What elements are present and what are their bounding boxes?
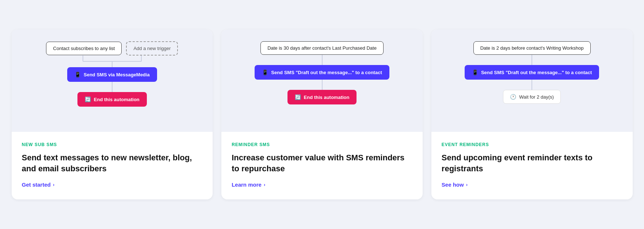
card-1-diagram: Contact subscribes to any list Add a new… bbox=[12, 30, 213, 132]
chevron-icon-3: › bbox=[466, 182, 468, 187]
trigger-1-node: Contact subscribes to any list bbox=[46, 42, 122, 55]
sms-icon-3: 📱 bbox=[472, 69, 478, 75]
action-2-node: 🔄 End this automation bbox=[77, 92, 147, 107]
chevron-icon-2: › bbox=[264, 182, 265, 187]
card-new-sub-sms: Contact subscribes to any list Add a new… bbox=[12, 30, 213, 199]
action-card3-2-node: 🕐 Wait for 2 day(s) bbox=[503, 90, 561, 104]
clock-icon: 🕐 bbox=[510, 94, 516, 100]
connector-3a bbox=[531, 55, 532, 65]
action-card2-1-node: 📱 Send SMS "Draft out the message..." to… bbox=[255, 65, 389, 80]
card-3-link[interactable]: See how › bbox=[442, 182, 622, 188]
end-icon-2: 🔄 bbox=[295, 94, 301, 100]
trigger-card3-node: Date is 2 days before contact's Writing … bbox=[473, 41, 591, 55]
card-reminder-sms: Date is 30 days after contact's Last Pur… bbox=[221, 30, 423, 199]
action-1-node: 📱 Send SMS via MessageMedia bbox=[67, 67, 157, 82]
connector-2b bbox=[322, 80, 323, 90]
chevron-icon-1: › bbox=[53, 182, 54, 187]
card-3-content: EVENT REMINDERS Send upcoming event remi… bbox=[431, 132, 633, 199]
card-2-category: REMINDER SMS bbox=[232, 142, 412, 147]
trigger-2-node: Add a new trigger bbox=[126, 41, 178, 56]
connector-3b bbox=[531, 80, 532, 90]
connector-2a bbox=[322, 55, 323, 65]
trigger-card2-node: Date is 30 days after contact's Last Pur… bbox=[260, 41, 384, 55]
cards-container: Contact subscribes to any list Add a new… bbox=[12, 30, 633, 199]
card-1-link[interactable]: Get started › bbox=[22, 182, 203, 188]
card-1-title: Send text messages to new newsletter, bl… bbox=[22, 152, 203, 174]
action-card2-2-node: 🔄 End this automation bbox=[287, 90, 357, 104]
card-1-category: NEW SUB SMS bbox=[22, 142, 203, 147]
card-2-link[interactable]: Learn more › bbox=[232, 182, 412, 188]
sms-icon: 📱 bbox=[75, 72, 81, 77]
connector-1 bbox=[112, 82, 113, 92]
card-2-diagram: Date is 30 days after contact's Last Pur… bbox=[221, 30, 423, 132]
card-2-content: REMINDER SMS Increase customer value wit… bbox=[221, 132, 423, 199]
card-3-diagram: Date is 2 days before contact's Writing … bbox=[431, 30, 633, 132]
card-3-title: Send upcoming event reminder texts to re… bbox=[442, 152, 622, 174]
card-1-content: NEW SUB SMS Send text messages to new ne… bbox=[12, 132, 213, 199]
end-icon: 🔄 bbox=[85, 96, 91, 102]
action-card3-1-node: 📱 Send SMS "Draft out the message..." to… bbox=[465, 65, 599, 80]
card-2-title: Increase customer value with SMS reminde… bbox=[232, 152, 412, 174]
card-event-reminders: Date is 2 days before contact's Writing … bbox=[431, 30, 633, 199]
card-3-category: EVENT REMINDERS bbox=[442, 142, 622, 147]
sms-icon-2: 📱 bbox=[262, 69, 268, 75]
